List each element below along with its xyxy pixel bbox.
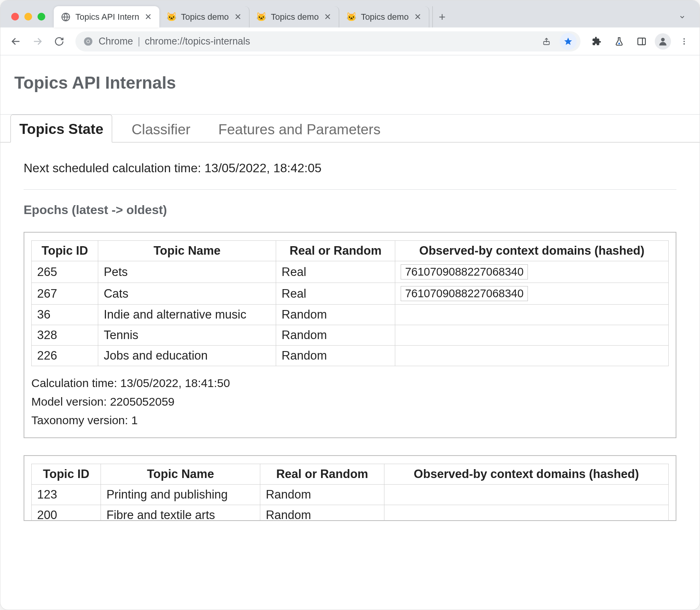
table-row: 36 Indie and alternative music Random xyxy=(32,305,669,325)
table-header-row: Topic ID Topic Name Real or Random Obser… xyxy=(32,241,669,261)
browser-tabs: Topics API Intern ✕ 🐱 Topics demo ✕ 🐱 To… xyxy=(54,0,673,27)
toolbar: Chrome | chrome://topics-internals xyxy=(0,27,700,55)
app-label: Chrome xyxy=(99,36,133,47)
close-icon[interactable]: ✕ xyxy=(144,12,152,22)
epochs-heading: Epochs (latest -> oldest) xyxy=(24,203,676,217)
back-button[interactable] xyxy=(7,32,25,51)
epoch-meta: Calculation time: 13/05/2022, 18:41:50 M… xyxy=(31,374,669,430)
window-minimize-button[interactable] xyxy=(24,13,32,21)
calc-time-label: Calculation time: xyxy=(31,377,120,389)
cell-hashed xyxy=(384,485,668,505)
window-maximize-button[interactable] xyxy=(38,13,45,21)
chevron-down-icon xyxy=(679,14,686,21)
toolbar-right xyxy=(587,32,693,51)
table-header-row: Topic ID Topic Name Real or Random Obser… xyxy=(32,464,669,485)
cell-topic-id: 123 xyxy=(32,485,101,505)
svg-rect-9 xyxy=(638,38,645,45)
cell-hashed: 7610709088227068340 xyxy=(395,283,669,305)
calc-time-value: 13/05/2022, 18:41:50 xyxy=(120,377,230,389)
browser-tab-title: Topics demo xyxy=(181,12,229,22)
calc-time-line: Calculation time: 13/05/2022, 18:41:50 xyxy=(31,374,669,392)
puzzle-icon xyxy=(592,36,602,46)
browser-tab[interactable]: 🐱 Topics demo ✕ xyxy=(159,6,249,27)
url-text: chrome://topics-internals xyxy=(145,36,250,47)
arrow-right-icon xyxy=(32,36,43,47)
browser-tab[interactable]: 🐱 Topics demo ✕ xyxy=(249,6,340,27)
site-info-button[interactable]: Chrome xyxy=(83,36,133,47)
cell-hashed xyxy=(384,505,668,521)
epoch-table: Topic ID Topic Name Real or Random Obser… xyxy=(31,240,669,366)
kebab-icon xyxy=(680,37,688,46)
tab-features-parameters[interactable]: Features and Parameters xyxy=(210,115,389,142)
page-tabs: Topics State Classifier Features and Par… xyxy=(0,114,700,142)
share-button[interactable] xyxy=(538,33,555,50)
col-topic-name: Topic Name xyxy=(98,241,276,261)
table-row: 123 Printing and publishing Random xyxy=(32,485,669,505)
next-calc-label: Next scheduled calculation time: xyxy=(24,161,205,175)
tabs-overflow-button[interactable] xyxy=(673,6,692,27)
arrow-left-icon xyxy=(10,36,21,47)
globe-icon xyxy=(61,12,71,22)
close-icon[interactable]: ✕ xyxy=(323,12,332,22)
cell-topic-id: 200 xyxy=(32,505,101,521)
taxonomy-version-label: Taxonomy version: xyxy=(31,414,131,427)
reload-button[interactable] xyxy=(50,32,68,51)
close-icon[interactable]: ✕ xyxy=(413,12,422,22)
bookmark-button[interactable] xyxy=(560,33,577,50)
cell-real-random: Real xyxy=(276,261,395,283)
col-topic-name: Topic Name xyxy=(101,464,260,485)
extensions-button[interactable] xyxy=(587,32,606,51)
window-close-button[interactable] xyxy=(11,13,19,21)
svg-point-5 xyxy=(87,40,90,43)
epoch-box: Topic ID Topic Name Real or Random Obser… xyxy=(24,232,676,438)
labs-button[interactable] xyxy=(610,32,628,51)
window-controls xyxy=(4,13,54,27)
col-real-random: Real or Random xyxy=(260,464,384,485)
svg-marker-7 xyxy=(564,38,572,45)
close-icon[interactable]: ✕ xyxy=(234,12,242,22)
profile-button[interactable] xyxy=(655,33,671,50)
cat-icon: 🐱 xyxy=(166,12,176,22)
cell-hashed xyxy=(395,305,669,325)
svg-point-14 xyxy=(683,43,685,45)
cell-topic-id: 265 xyxy=(32,261,98,283)
cat-icon: 🐱 xyxy=(256,12,266,22)
cell-topic-name: Jobs and education xyxy=(98,346,276,366)
tab-topics-state[interactable]: Topics State xyxy=(10,115,112,142)
star-icon xyxy=(563,37,573,46)
browser-tab[interactable]: Topics API Intern ✕ xyxy=(54,6,159,27)
menu-button[interactable] xyxy=(675,32,693,51)
next-calculation-line: Next scheduled calculation time: 13/05/2… xyxy=(24,154,676,189)
cell-topic-name: Fibre and textile arts xyxy=(101,505,260,521)
cell-topic-name: Indie and alternative music xyxy=(98,305,276,325)
new-tab-button[interactable]: + xyxy=(432,6,452,27)
share-icon xyxy=(542,37,551,46)
table-row: 200 Fibre and textile arts Random xyxy=(32,505,669,521)
cell-topic-id: 328 xyxy=(32,325,98,346)
col-real-random: Real or Random xyxy=(276,241,395,261)
cell-topic-id: 267 xyxy=(32,283,98,305)
cell-topic-name: Tennis xyxy=(98,325,276,346)
page-content: Topics API Internals Topics State Classi… xyxy=(0,55,700,610)
cell-topic-name: Cats xyxy=(98,283,276,305)
divider xyxy=(24,189,676,190)
sidepanel-button[interactable] xyxy=(632,32,651,51)
browser-tab-title: Topics demo xyxy=(361,12,409,22)
page-title: Topics API Internals xyxy=(0,55,700,114)
cell-topic-id: 36 xyxy=(32,305,98,325)
next-calc-value: 13/05/2022, 18:42:05 xyxy=(205,161,322,175)
tab-strip: Topics API Intern ✕ 🐱 Topics demo ✕ 🐱 To… xyxy=(0,0,700,27)
tabbar-container: Topics State Classifier Features and Par… xyxy=(0,114,700,521)
tab-classifier[interactable]: Classifier xyxy=(123,115,199,142)
browser-tab[interactable]: 🐱 Topics demo ✕ xyxy=(339,6,429,27)
cell-real-random: Random xyxy=(276,325,395,346)
cat-icon: 🐱 xyxy=(346,12,356,22)
panel-icon xyxy=(637,36,647,46)
cell-hashed xyxy=(395,346,669,366)
forward-button[interactable] xyxy=(28,32,47,51)
cell-real-random: Random xyxy=(276,305,395,325)
cell-topic-name: Printing and publishing xyxy=(101,485,260,505)
person-icon xyxy=(657,36,668,47)
address-bar[interactable]: Chrome | chrome://topics-internals xyxy=(75,31,580,51)
chrome-icon xyxy=(83,36,93,46)
